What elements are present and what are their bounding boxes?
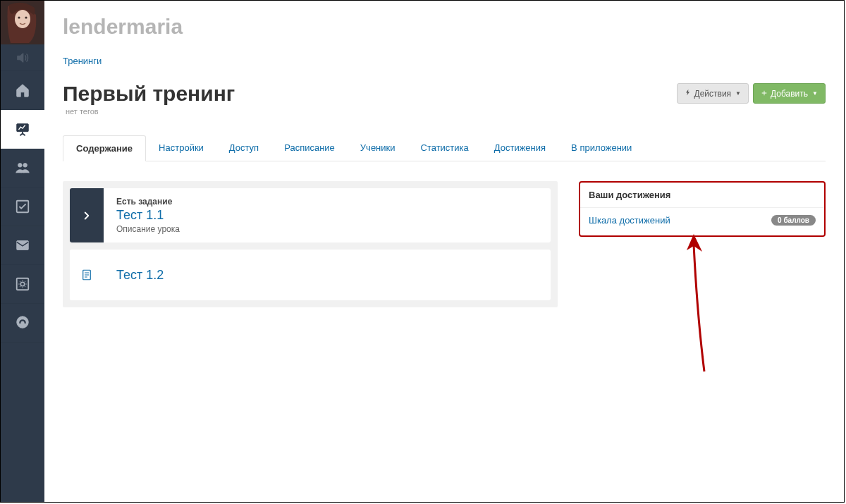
avatar[interactable]: [1, 1, 44, 44]
annotation-arrow-icon: [683, 231, 725, 379]
tab-schedule[interactable]: Расписание: [271, 135, 348, 161]
svg-point-6: [18, 164, 22, 168]
title-row: Первый тренинг нет тегов Действия ▼ Доба…: [63, 82, 826, 116]
add-button-label: Добавить: [771, 89, 808, 99]
settings-box-icon[interactable]: [1, 265, 44, 304]
achievements-panel: Ваши достижения Шкала достижений 0 балло…: [579, 181, 826, 237]
document-icon: [70, 250, 104, 300]
tab-in-app[interactable]: В приложении: [558, 135, 644, 161]
chat-icon[interactable]: [1, 304, 44, 343]
achievements-score-badge: 0 баллов: [771, 215, 816, 226]
achievements-title: Ваши достижения: [580, 183, 824, 208]
tab-content[interactable]: Содержание: [63, 135, 146, 161]
lesson-name[interactable]: Тест 1.1: [116, 208, 538, 223]
users-icon[interactable]: [1, 149, 44, 188]
add-button[interactable]: Добавить ▼: [753, 83, 826, 104]
tab-students[interactable]: Ученики: [348, 135, 408, 161]
tab-access[interactable]: Доступ: [216, 135, 271, 161]
tab-stats[interactable]: Статистика: [408, 135, 482, 161]
bolt-icon: [685, 88, 692, 99]
svg-rect-10: [17, 278, 29, 290]
presentation-icon[interactable]: [1, 110, 44, 149]
volume-icon[interactable]: [1, 44, 44, 71]
caret-down-icon: ▼: [735, 90, 741, 97]
lessons-panel: Есть задание Тест 1.1 Описание урока Тес…: [63, 181, 558, 307]
lesson-desc: Описание урока: [116, 224, 538, 234]
tags-label: нет тегов: [63, 107, 677, 116]
lesson-name[interactable]: Тест 1.2: [116, 268, 538, 283]
svg-point-4: [25, 16, 27, 18]
brand-name: lendermaria: [63, 15, 826, 39]
breadcrumb[interactable]: Тренинги: [63, 56, 826, 66]
plus-icon: [761, 89, 768, 99]
lesson-card[interactable]: Тест 1.2: [70, 250, 551, 300]
checkbox-icon[interactable]: [1, 188, 44, 226]
tab-settings[interactable]: Настройки: [146, 135, 216, 161]
tabs: Содержание Настройки Доступ Расписание У…: [63, 135, 826, 161]
page-title: Первый тренинг: [63, 82, 677, 106]
lesson-card[interactable]: Есть задание Тест 1.1 Описание урока: [70, 188, 551, 242]
sidebar: [1, 1, 44, 502]
home-icon[interactable]: [1, 71, 44, 110]
lesson-badge: Есть задание: [116, 197, 538, 207]
svg-point-12: [17, 316, 29, 328]
mail-icon[interactable]: [1, 226, 44, 265]
achievements-box: Ваши достижения Шкала достижений 0 балло…: [579, 181, 826, 237]
page-root: lendermaria Тренинги Первый тренинг нет …: [0, 0, 845, 503]
actions-button[interactable]: Действия ▼: [677, 83, 749, 104]
caret-down-icon: ▼: [812, 90, 818, 97]
svg-point-7: [23, 164, 27, 168]
chevron-right-icon: [70, 188, 104, 242]
tab-achievements[interactable]: Достижения: [482, 135, 558, 161]
achievements-scale-link[interactable]: Шкала достижений: [589, 215, 670, 226]
actions-button-label: Действия: [694, 89, 732, 99]
body-row: Есть задание Тест 1.1 Описание урока Тес…: [63, 181, 826, 307]
svg-point-3: [18, 16, 20, 18]
svg-point-2: [15, 10, 30, 28]
main-content: lendermaria Тренинги Первый тренинг нет …: [44, 1, 844, 502]
svg-rect-9: [17, 241, 29, 250]
svg-point-11: [20, 282, 25, 286]
